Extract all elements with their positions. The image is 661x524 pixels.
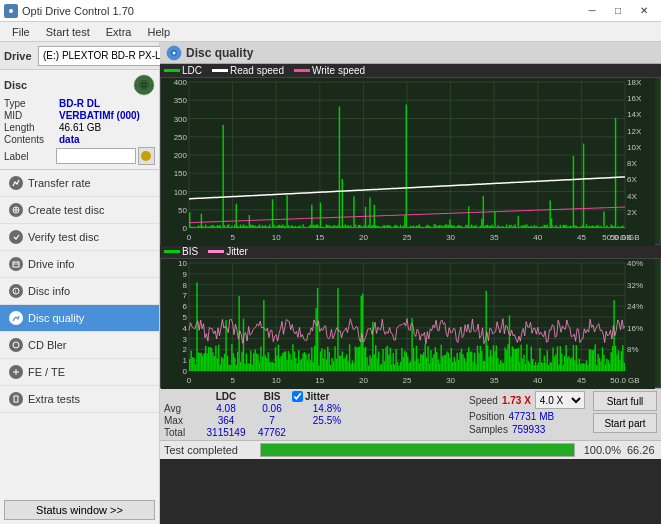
disc-panel: Disc Type BD-R DL MID VERBATIMf (000) Le… — [0, 70, 159, 170]
transfer-rate-label: Transfer rate — [28, 177, 91, 189]
disc-label-input[interactable] — [56, 148, 136, 164]
close-button[interactable]: ✕ — [631, 0, 657, 22]
svg-rect-28 — [14, 396, 18, 402]
bottom-legend: BIS Jitter — [160, 245, 661, 258]
jitter-col-header: Jitter — [305, 391, 329, 402]
svg-point-31 — [173, 51, 176, 54]
disc-info-label: Disc info — [28, 285, 70, 297]
menubar: File Start test Extra Help — [0, 22, 661, 42]
sidebar-item-fe-te[interactable]: FE / TE — [0, 359, 159, 386]
menu-file[interactable]: File — [4, 24, 38, 40]
start-part-button[interactable]: Start part — [593, 413, 657, 433]
stats-section: LDC BIS Jitter Avg 4.08 0.06 14.8% — [160, 388, 661, 440]
total-row: Total 3115149 47762 — [164, 427, 465, 438]
stats-headers: LDC BIS Jitter — [164, 391, 465, 402]
max-row: Max 364 7 25.5% — [164, 415, 465, 426]
label-key: Label — [4, 151, 56, 162]
cd-bler-label: CD Bler — [28, 339, 67, 351]
fe-te-icon — [8, 364, 24, 380]
svg-point-16 — [143, 84, 145, 86]
avg-jitter: 14.8% — [292, 403, 362, 414]
max-jitter: 25.5% — [292, 415, 362, 426]
maximize-button[interactable]: □ — [605, 0, 631, 22]
drive-info-icon — [8, 256, 24, 272]
menu-extra[interactable]: Extra — [98, 24, 140, 40]
sidebar-item-transfer-rate[interactable]: Transfer rate — [0, 170, 159, 197]
svg-point-1 — [9, 9, 13, 13]
jitter-legend-label: Jitter — [226, 246, 248, 257]
app-icon — [4, 4, 18, 18]
disc-graphic — [133, 74, 155, 96]
stats-spacer — [164, 391, 200, 402]
avg-bis: 0.06 — [252, 403, 292, 414]
menu-help[interactable]: Help — [139, 24, 178, 40]
type-label: Type — [4, 98, 59, 109]
jitter-checkbox[interactable] — [292, 391, 303, 402]
ldc-legend-item: LDC — [164, 65, 202, 76]
drive-label: Drive — [4, 50, 34, 62]
disc-contents-row: Contents data — [4, 134, 155, 145]
max-bis: 7 — [252, 415, 292, 426]
start-buttons-area: Start full Start part — [593, 391, 657, 433]
create-test-disc-label: Create test disc — [28, 204, 104, 216]
ldc-col-header: LDC — [200, 391, 252, 402]
write-speed-legend-color — [294, 69, 310, 72]
status-window-button[interactable]: Status window >> — [4, 500, 155, 520]
right-content: Disc quality LDC Read speed Write speed — [160, 42, 661, 524]
write-speed-legend-label: Write speed — [312, 65, 365, 76]
extra-tests-icon — [8, 391, 24, 407]
start-full-button[interactable]: Start full — [593, 391, 657, 411]
progress-percent: 100.0% — [581, 444, 621, 456]
sidebar-item-verify-test-disc[interactable]: Verify test disc — [0, 224, 159, 251]
bottom-chart — [160, 258, 661, 388]
top-chart-canvas — [161, 78, 655, 246]
read-speed-legend-label: Read speed — [230, 65, 284, 76]
disc-mid-row: MID VERBATIMf (000) — [4, 110, 155, 121]
position-label: Position — [469, 411, 505, 422]
sidebar-item-disc-info[interactable]: i Disc info — [0, 278, 159, 305]
sidebar-item-disc-quality[interactable]: Disc quality — [0, 305, 159, 332]
disc-info-icon: i — [8, 283, 24, 299]
bottom-chart-canvas — [161, 259, 655, 389]
type-value: BD-R DL — [59, 98, 100, 109]
sidebar-item-drive-info[interactable]: Drive info — [0, 251, 159, 278]
contents-label: Contents — [4, 134, 59, 145]
bis-col-header: BIS — [252, 391, 292, 402]
total-label: Total — [164, 427, 200, 438]
app-title: Opti Drive Control 1.70 — [22, 5, 134, 17]
samples-row: Samples 759933 — [469, 424, 589, 435]
avg-row: Avg 4.08 0.06 14.8% — [164, 403, 465, 414]
speed-key-label: Speed — [469, 395, 498, 406]
transfer-rate-icon — [8, 175, 24, 191]
menu-start-test[interactable]: Start test — [38, 24, 98, 40]
samples-value: 759933 — [512, 424, 545, 435]
avg-label: Avg — [164, 403, 200, 414]
verify-test-disc-icon — [8, 229, 24, 245]
jitter-check-area: Jitter — [292, 391, 362, 402]
mid-value: VERBATIMf (000) — [59, 110, 140, 121]
total-ldc: 3115149 — [200, 427, 252, 438]
disc-quality-label: Disc quality — [28, 312, 84, 324]
sidebar-item-extra-tests[interactable]: Extra tests — [0, 386, 159, 413]
cd-bler-icon — [8, 337, 24, 353]
verify-test-disc-label: Verify test disc — [28, 231, 99, 243]
extra-tests-label: Extra tests — [28, 393, 80, 405]
fe-te-label: FE / TE — [28, 366, 65, 378]
ldc-legend-color — [164, 69, 180, 72]
top-legend: LDC Read speed Write speed — [160, 64, 661, 77]
sidebar-item-create-test-disc[interactable]: Create test disc — [0, 197, 159, 224]
samples-label: Samples — [469, 424, 508, 435]
svg-rect-21 — [13, 262, 19, 267]
status-text: Test completed — [164, 444, 254, 456]
svg-point-25 — [13, 342, 19, 348]
label-edit-button[interactable] — [138, 147, 155, 165]
svg-text:i: i — [15, 288, 16, 294]
bis-legend-item: BIS — [164, 246, 198, 257]
titlebar: Opti Drive Control 1.70 ─ □ ✕ — [0, 0, 661, 22]
total-bis: 47762 — [252, 427, 292, 438]
write-speed-legend-item: Write speed — [294, 65, 365, 76]
sidebar-item-cd-bler[interactable]: CD Bler — [0, 332, 159, 359]
minimize-button[interactable]: ─ — [579, 0, 605, 22]
speed-select-dropdown[interactable]: 4.0 X — [535, 391, 585, 409]
max-label: Max — [164, 415, 200, 426]
